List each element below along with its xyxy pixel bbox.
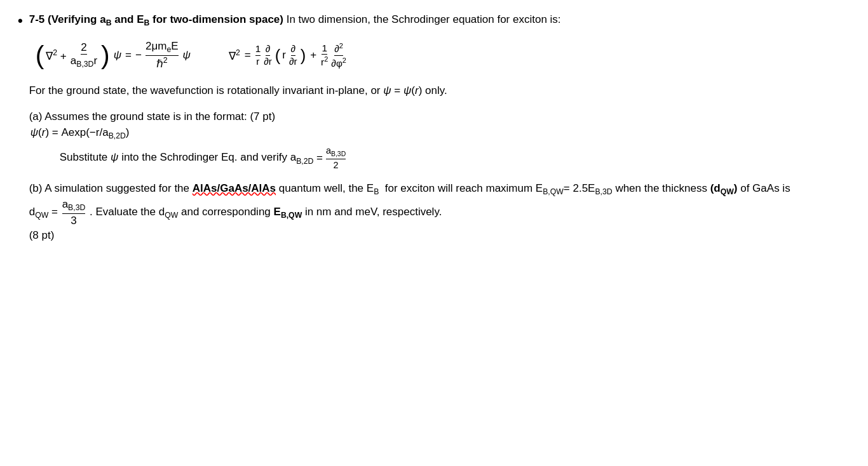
problem-header: 7-5 (Verifying aB and EB for two-dimensi… — [29, 11, 850, 29]
substitute-line: Substitute ψ into the Schrodinger Eq. an… — [60, 145, 850, 170]
part-b-paragraph: (b) A simulation suggested for the AlAs/… — [29, 180, 850, 245]
material-name: AlAs/GaAs/AlAs — [193, 182, 276, 194]
psi-formula: ψ(r) = Aexp(−r/aB,2D) — [31, 126, 850, 140]
frac-1-r2: 1 r2 — [321, 43, 328, 69]
equals-sign-2: = — [245, 49, 251, 62]
paren-left-2: ( — [275, 49, 281, 63]
equation-2: ∇2 = 1 r ∂ ∂r ( r ∂ ∂r ) — [229, 42, 348, 69]
problem-title: (Verifying aB and EB for two-dimension s… — [48, 13, 283, 25]
psi-1: ψ — [114, 49, 121, 62]
problem-intro: In two dimension, the Schrodinger equati… — [287, 13, 561, 25]
psi-2: ψ — [183, 49, 191, 62]
ground-state-paragraph: For the ground state, the wavefunction i… — [29, 82, 850, 99]
nabla-sq: ∇2 + — [46, 48, 66, 63]
frac-rhs: 2μmeE ℏ2 — [146, 41, 179, 70]
frac-denominator: aB,3Dr — [71, 55, 97, 69]
frac-2-over-aBr: 2 aB,3Dr — [71, 42, 97, 70]
inline-frac-aB3D-over-2: aB,3D 2 — [326, 145, 346, 170]
dqw-bold: (dQW) — [710, 182, 738, 194]
ground-state-text: For the ground state, the wavefunction i… — [29, 84, 447, 97]
problem-number: 7-5 — [29, 13, 48, 25]
frac-den-rhs: ℏ2 — [156, 56, 168, 70]
left-paren: ( — [36, 44, 44, 67]
equation-block: ( ∇2 + 2 aB,3Dr ) ψ = − 2μmeE ℏ2 ψ — [36, 41, 850, 70]
frac-num-rhs: 2μmeE — [146, 41, 179, 56]
frac-1-r: 1 r — [255, 44, 261, 67]
plus-sign: + — [310, 49, 316, 62]
main-content: • 7-5 (Verifying aB and EB for two-dimen… — [18, 11, 850, 244]
right-paren: ) — [101, 44, 110, 67]
part-a-label: (a) Assumes the ground state is in the f… — [29, 108, 850, 125]
problem-content: 7-5 (Verifying aB and EB for two-dimensi… — [29, 11, 850, 244]
part-b-text2: quantum well, the EB for exciton will re… — [279, 182, 710, 194]
frac-d-dr-inner: ∂ ∂r — [289, 44, 297, 67]
equation-1: ( ∇2 + 2 aB,3Dr ) ψ = − 2μmeE ℏ2 ψ — [36, 41, 191, 70]
paren-right-2: ) — [301, 49, 306, 63]
part-b-intro: (b) A simulation suggested for the — [29, 182, 193, 194]
equals-sign-1: = — [125, 49, 132, 62]
part-b-pts: (8 pt) — [29, 229, 55, 241]
inline-frac-aB3D-over-3: aB,3D 3 — [62, 198, 86, 227]
r-inner: r — [282, 49, 286, 62]
frac-d-dr: ∂ ∂r — [264, 44, 272, 67]
frac-numerator: 2 — [81, 42, 86, 55]
bullet-point: • — [18, 13, 23, 29]
nabla2-lhs: ∇2 — [229, 48, 240, 63]
minus-sign: − — [135, 49, 142, 62]
frac-d2-dphi2: ∂2 ∂φ2 — [331, 42, 346, 69]
